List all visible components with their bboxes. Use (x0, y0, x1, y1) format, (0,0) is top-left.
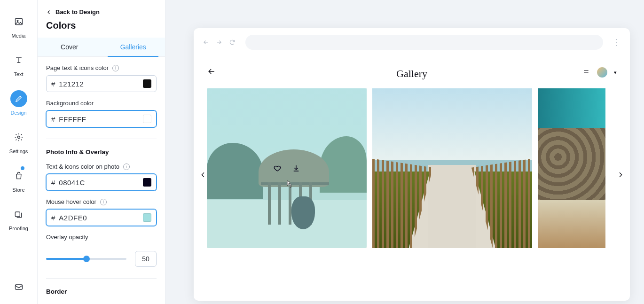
overlay-icons (273, 164, 300, 172)
chevron-left-icon (46, 9, 52, 15)
color-input-hover[interactable]: # A2DFE0 (46, 209, 157, 226)
field-label: Page text & icons color (46, 64, 109, 71)
gallery-photo[interactable] (207, 88, 367, 248)
hash-icon: # (51, 80, 55, 88)
gallery-title: Gallery (396, 68, 427, 80)
field-label: Background color (46, 100, 94, 107)
avatar[interactable] (597, 67, 607, 78)
text-icon (10, 52, 27, 69)
color-swatch[interactable] (143, 115, 151, 123)
hash-icon: # (51, 179, 55, 187)
field-hover-color: Mouse hover color i # A2DFE0 (38, 191, 165, 226)
gear-icon (10, 129, 27, 146)
rail-label: Store (12, 187, 24, 193)
rail-item-design[interactable]: Design (10, 90, 27, 116)
browser-forward-button[interactable] (215, 39, 223, 46)
rail-item-store[interactable]: Store (10, 167, 27, 193)
chevron-down-icon[interactable]: ▾ (614, 70, 617, 76)
rail-item-mail[interactable] (10, 279, 27, 304)
rail-label: Settings (9, 148, 28, 154)
svg-point-1 (17, 20, 18, 22)
info-icon[interactable]: i (112, 65, 119, 71)
opacity-slider-row: 50 (38, 244, 165, 267)
gallery-photo[interactable] (538, 88, 605, 248)
slider-thumb[interactable] (83, 256, 90, 262)
rail-label: Text (14, 71, 23, 77)
field-page-text-icons: Page text & icons color i # 121212 (38, 57, 165, 92)
pencil-icon (10, 90, 27, 107)
gallery-next-button[interactable] (614, 168, 627, 181)
tab-galleries[interactable]: Galleries (102, 38, 165, 56)
browser-reload-button[interactable] (228, 39, 236, 46)
svg-rect-4 (15, 285, 22, 289)
gallery-viewport (194, 88, 630, 261)
color-swatch[interactable] (143, 79, 151, 88)
field-label: Text & icons color on photo (46, 163, 119, 170)
rail-item-text[interactable]: Text (10, 52, 27, 77)
back-to-design-link[interactable]: Back to Design (38, 0, 165, 20)
color-swatch[interactable] (143, 178, 151, 187)
mail-icon (10, 279, 27, 296)
proofing-icon (10, 206, 27, 223)
opacity-value[interactable]: 50 (135, 251, 157, 267)
tabs: Cover Galleries (38, 38, 165, 57)
gallery-strip (194, 88, 630, 261)
info-icon[interactable]: i (100, 199, 107, 205)
heart-icon[interactable] (273, 164, 282, 172)
rail-item-settings[interactable]: Settings (9, 129, 28, 154)
section-header-border: Border (38, 279, 165, 295)
gallery-back-button[interactable] (207, 67, 216, 78)
color-value: 121212 (59, 80, 139, 88)
url-bar[interactable] (245, 35, 603, 50)
svg-rect-3 (16, 212, 20, 217)
browser-bar: ⋮ (194, 28, 630, 56)
tab-cover[interactable]: Cover (38, 38, 102, 56)
svg-point-2 (17, 136, 20, 139)
gallery-prev-button[interactable] (196, 168, 210, 181)
side-panel: Back to Design Colors Cover Galleries Pa… (38, 0, 165, 304)
color-input-page-text[interactable]: # 121212 (46, 75, 157, 92)
field-label: Mouse hover color (46, 198, 96, 205)
info-icon[interactable]: i (123, 164, 130, 170)
svg-rect-0 (15, 18, 22, 24)
bag-icon (10, 167, 27, 184)
image-icon (10, 13, 27, 30)
browser-back-button[interactable] (202, 39, 210, 46)
hash-icon: # (51, 214, 55, 222)
rail-label: Proofing (9, 226, 28, 231)
field-overlay-opacity: Overlay opacity (38, 226, 165, 241)
gallery-header-right: ▾ (582, 67, 617, 78)
field-label: Overlay opacity (46, 234, 88, 241)
gallery-photo[interactable] (372, 88, 532, 248)
color-value: FFFFFF (59, 115, 139, 123)
color-value: A2DFE0 (59, 214, 139, 222)
field-background: Background color # FFFFFF (38, 92, 165, 127)
rail-label: Media (12, 33, 26, 39)
download-icon[interactable] (292, 164, 300, 172)
color-input-background[interactable]: # FFFFFF (46, 110, 157, 127)
field-photo-text-icons: Text & icons color on photo i # 08041C (38, 156, 165, 191)
gallery-header: Gallery ▾ (194, 56, 630, 88)
list-view-icon[interactable] (582, 69, 590, 76)
panel-title: Colors (38, 20, 165, 38)
rail-label: Design (10, 110, 26, 116)
color-input-photo-text[interactable]: # 08041C (46, 174, 157, 191)
hash-icon: # (51, 115, 55, 123)
browser-menu-button[interactable]: ⋮ (613, 38, 621, 47)
section-header-photo: Photo Info & Overlay (38, 139, 165, 156)
browser-frame: ⋮ Gallery ▾ (194, 28, 630, 301)
rail-item-media[interactable]: Media (10, 13, 27, 39)
color-value: 08041C (59, 179, 139, 187)
preview-area: ⋮ Gallery ▾ (165, 0, 644, 304)
slider-fill (46, 258, 86, 260)
notification-dot-icon (21, 166, 24, 170)
opacity-slider[interactable] (46, 258, 126, 260)
back-label: Back to Design (55, 8, 100, 16)
color-swatch[interactable] (143, 213, 151, 222)
left-rail: Media Text Design Settings Store Proofin… (0, 0, 38, 304)
rail-item-proofing[interactable]: Proofing (9, 206, 28, 231)
